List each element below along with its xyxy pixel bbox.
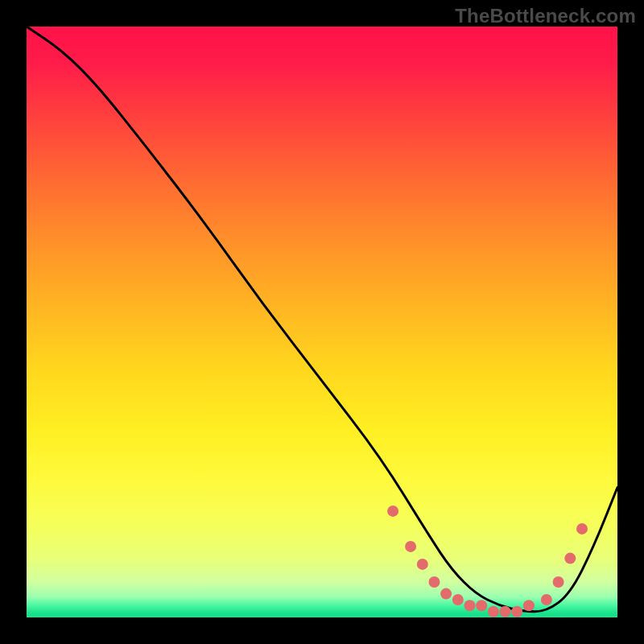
chart-marker	[564, 553, 576, 564]
chart-marker	[553, 576, 564, 588]
chart-marker	[429, 576, 440, 588]
chart-marker	[511, 606, 522, 617]
chart-marker	[576, 523, 588, 535]
chart-marker	[523, 600, 535, 611]
chart-marker	[440, 588, 452, 600]
chart-marker	[500, 606, 511, 617]
chart-marker	[405, 541, 416, 552]
chart-marker	[452, 594, 464, 605]
chart-marker	[417, 559, 428, 570]
chart-marker	[541, 594, 552, 605]
chart-marker	[476, 600, 487, 611]
chart-marker	[464, 600, 476, 611]
chart-line	[27, 27, 617, 612]
chart-frame: TheBottleneck.com	[0, 0, 644, 644]
chart-svg	[27, 27, 617, 617]
watermark-text: TheBottleneck.com	[455, 5, 636, 27]
chart-marker	[387, 506, 398, 517]
plot-area	[27, 27, 617, 617]
chart-marker	[488, 606, 499, 617]
